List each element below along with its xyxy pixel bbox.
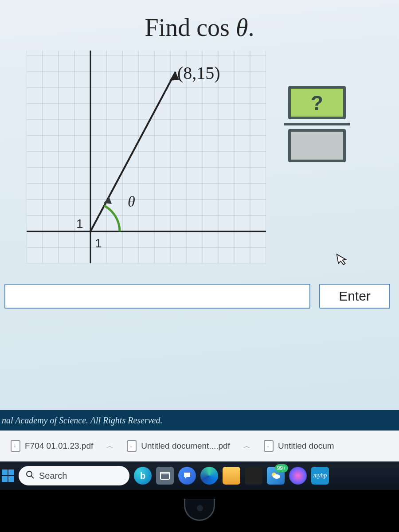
taskbar-search[interactable]: Search bbox=[19, 466, 129, 485]
x-tick: 1 bbox=[95, 236, 102, 250]
myhp-icon[interactable]: myhp bbox=[311, 467, 329, 485]
numerator-input[interactable]: ? bbox=[288, 86, 346, 119]
copyright-text: nal Academy of Science. All Rights Reser… bbox=[2, 415, 162, 426]
camera-icon bbox=[184, 499, 215, 521]
svg-point-35 bbox=[27, 471, 32, 477]
edge-browser-icon[interactable] bbox=[200, 467, 218, 485]
file-icon bbox=[264, 440, 274, 452]
weather-icon[interactable]: 99+ bbox=[267, 467, 285, 485]
notification-badge: 99+ bbox=[275, 464, 288, 472]
point-label: (8,15) bbox=[177, 63, 220, 83]
footer-copyright: nal Academy of Science. All Rights Reser… bbox=[0, 410, 399, 430]
coordinate-graph: (8,15) θ 1 1 bbox=[27, 51, 266, 263]
problem-title: Find cos θ. bbox=[0, 13, 399, 42]
search-placeholder: Search bbox=[39, 471, 67, 481]
bing-icon[interactable]: b bbox=[134, 467, 152, 485]
chat-icon[interactable] bbox=[178, 467, 196, 485]
file-explorer-icon[interactable] bbox=[223, 467, 240, 485]
theta-var: θ bbox=[236, 14, 248, 41]
search-icon bbox=[26, 470, 35, 481]
windows-taskbar: Search b 99+ myhp bbox=[0, 462, 399, 490]
app-content: Find cos θ. bbox=[0, 0, 399, 415]
copilot-icon[interactable] bbox=[289, 467, 307, 485]
answer-fraction: ? bbox=[284, 86, 350, 162]
chevron-up-icon[interactable]: ︿ bbox=[241, 442, 253, 451]
enter-button[interactable]: Enter bbox=[319, 284, 390, 309]
answer-text-input[interactable] bbox=[4, 284, 310, 309]
download-item[interactable]: Untitled docum bbox=[258, 438, 340, 454]
download-name: Untitled document....pdf bbox=[141, 441, 230, 451]
microsoft-store-icon[interactable] bbox=[245, 467, 262, 485]
laptop-bezel bbox=[0, 490, 399, 532]
chevron-up-icon[interactable]: ︿ bbox=[104, 442, 116, 451]
file-icon bbox=[11, 440, 20, 452]
denominator-input[interactable] bbox=[288, 129, 346, 162]
answer-row: Enter bbox=[4, 284, 390, 309]
start-button[interactable] bbox=[2, 469, 14, 482]
y-tick: 1 bbox=[76, 217, 83, 231]
task-view-icon[interactable] bbox=[156, 467, 174, 485]
svg-line-36 bbox=[31, 476, 34, 478]
fraction-bar bbox=[284, 123, 350, 125]
downloads-bar: F704 01.01.23.pdf ︿ Untitled document...… bbox=[0, 430, 399, 462]
title-period: . bbox=[248, 14, 254, 41]
download-name: F704 01.01.23.pdf bbox=[25, 441, 93, 451]
content-row: (8,15) θ 1 1 ? bbox=[0, 51, 399, 263]
title-text: Find cos bbox=[145, 14, 236, 41]
download-item[interactable]: F704 01.01.23.pdf bbox=[4, 438, 99, 454]
svg-point-40 bbox=[273, 474, 280, 479]
svg-rect-38 bbox=[160, 472, 169, 474]
download-name: Untitled docum bbox=[278, 441, 334, 451]
file-icon bbox=[127, 440, 137, 452]
angle-theta-label: θ bbox=[128, 193, 135, 210]
download-item[interactable]: Untitled document....pdf bbox=[121, 438, 236, 454]
